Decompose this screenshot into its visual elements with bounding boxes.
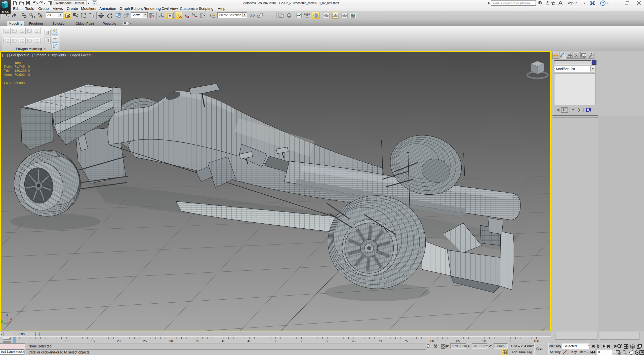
svg-text:%: % xyxy=(192,13,195,16)
svg-text:x: x xyxy=(10,317,12,321)
svg-text:z: z xyxy=(6,313,8,316)
svg-text:ABC: ABC xyxy=(212,17,216,19)
svg-text:3: 3 xyxy=(177,13,179,17)
svg-text:y: y xyxy=(2,318,3,322)
